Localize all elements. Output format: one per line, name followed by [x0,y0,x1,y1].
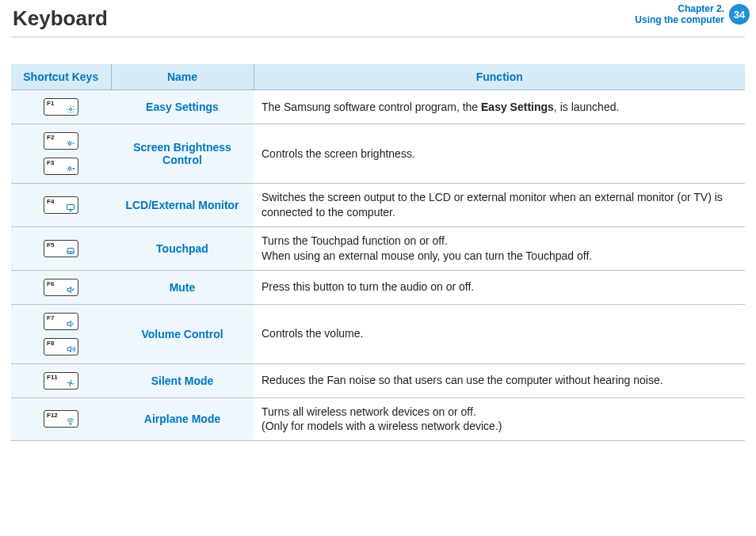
shortcut-function: Turns the Touchpad function on or off.Wh… [254,226,745,270]
table-row: F2F3Screen Brightness ControlControls th… [11,124,745,184]
volume-up-icon [66,344,75,354]
col-header-keys: Shortcut Keys [11,64,111,90]
shortcut-keys-cell: F6 [11,270,111,304]
function-text: Reduces the Fan noise so that users can … [262,373,737,388]
page-title: Keyboard [13,6,108,31]
svg-rect-3 [67,204,74,209]
mute-icon [66,285,75,295]
table-row: F4LCD/External MonitorSwitches the scree… [11,184,745,227]
table-row: F12Airplane ModeTurns all wireless netwo… [11,397,745,441]
shortcut-name: Mute [111,270,254,304]
keycap-label: F11 [47,374,58,381]
shortcut-function: Controls the volume. [254,304,745,363]
fan-icon [66,378,75,388]
page-number-badge: 34 [729,4,750,25]
table-row: F1Easy SettingsThe Samsung software cont… [11,90,745,124]
touchpad-icon [66,246,75,256]
shortcut-keys-cell: F4 [11,184,111,227]
keycap: F1 [44,98,78,116]
keycap: F12 [44,410,78,428]
shortcut-keys-cell: F12 [11,397,111,441]
shortcut-name: Silent Mode [111,363,254,397]
keycap-label: F7 [47,314,54,321]
shortcut-name: Volume Control [111,304,254,363]
chapter-title: Using the computer [635,14,724,25]
svg-point-5 [70,382,71,384]
function-text: Controls the screen brightness. [262,146,737,162]
keycap: F7 [44,313,78,330]
keycap: F6 [44,279,78,296]
keycap-label: F12 [47,412,58,419]
volume-down-icon [66,319,75,329]
shortcut-name: LCD/External Monitor [111,184,254,227]
function-text: Turns the Touchpad function on or off.Wh… [262,234,737,264]
chapter-number: Chapter 2. [635,3,724,14]
function-text: Controls the volume. [262,326,737,341]
svg-point-6 [71,424,71,425]
shortcut-keys-cell: F2F3 [11,124,111,184]
table-row: F7F8Volume ControlControls the volume. [11,304,745,363]
keycap: F3 [44,158,78,175]
display-icon [66,203,75,212]
function-text: Switches the screen output to the LCD or… [262,190,737,220]
keycap-label: F8 [47,340,54,347]
svg-point-2 [69,168,71,170]
function-text: Turns all wireless network devices on or… [262,405,737,435]
keycap: F2 [44,132,78,150]
shortcut-function: Controls the screen brightness. [254,124,745,184]
shortcut-name: Airplane Mode [111,397,254,441]
shortcut-function: Press this button to turn the audio on o… [254,270,745,304]
brightness-down-icon [66,139,75,148]
shortcut-keys-cell: F7F8 [11,304,111,363]
keycap: F5 [44,240,78,257]
shortcut-name: Touchpad [111,226,254,270]
svg-point-1 [69,143,71,145]
keycap: F8 [44,338,78,355]
keycap: F4 [44,196,78,214]
shortcut-keys-cell: F11 [11,363,111,397]
shortcut-function: Switches the screen output to the LCD or… [254,184,745,227]
shortcut-name: Screen Brightness Control [111,124,254,184]
table-row: F6MutePress this button to turn the audi… [11,270,745,304]
function-text: Press this button to turn the audio on o… [262,279,737,295]
function-text: The Samsung software control program, th… [262,100,737,115]
col-header-name: Name [111,64,254,90]
header-meta: Chapter 2. Using the computer 34 [635,3,750,25]
svg-point-0 [70,108,72,111]
shortcut-keys-cell: F1 [11,90,111,124]
shortcut-function: Turns all wireless network devices on or… [254,397,745,441]
keycap-label: F4 [47,198,54,205]
keycap-label: F1 [47,100,54,107]
shortcut-keys-cell: F5 [11,226,111,270]
shortcut-function: The Samsung software control program, th… [254,90,745,124]
table-row: F5TouchpadTurns the Touchpad function on… [11,226,745,270]
wifi-icon [66,416,75,426]
shortcut-table: Shortcut Keys Name Function F1Easy Setti… [11,64,745,441]
page-header: Keyboard Chapter 2. Using the computer 3… [0,0,756,36]
settings-icon [66,105,75,114]
table-row: F11Silent ModeReduces the Fan noise so t… [11,363,745,397]
shortcut-function: Reduces the Fan noise so that users can … [254,363,745,397]
keycap-label: F6 [47,280,54,287]
shortcut-name: Easy Settings [111,90,254,124]
keycap-label: F3 [47,159,54,166]
brightness-up-icon [66,164,75,173]
keycap-label: F2 [47,134,54,141]
keycap-label: F5 [47,241,54,249]
keycap: F11 [44,372,78,390]
col-header-function: Function [254,64,745,90]
